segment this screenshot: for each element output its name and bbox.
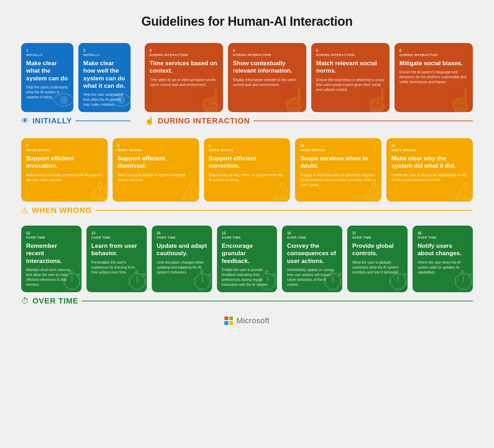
initially-label: INITIALLY xyxy=(32,116,72,125)
card-12: 12 OVER TIME Remember recent interaction… xyxy=(21,226,82,292)
card-18: 18 OVER TIME Notify users about changes.… xyxy=(412,226,473,292)
card-5: 5 DURING INTERACTION Match relevant soci… xyxy=(311,43,390,112)
card-15: 15 OVER TIME Encourage granular feedback… xyxy=(217,226,277,292)
microsoft-logo xyxy=(224,317,233,325)
over-time-label-row: ⏱ OVER TIME xyxy=(21,296,473,306)
card-8: 8 WHEN WRONG Support efficient dismissal… xyxy=(113,138,199,202)
initially-label-row: 👁 INITIALLY xyxy=(21,116,131,125)
initially-line xyxy=(76,121,131,122)
over-time-line xyxy=(82,301,473,302)
microsoft-brand: Microsoft xyxy=(236,316,270,325)
card-2: 2 INITIALLY Make clear how well the syst… xyxy=(78,43,131,112)
card-13: 13 OVER TIME Learn from user behavior. P… xyxy=(86,226,147,292)
card-bg-icon: ☝ xyxy=(196,87,223,112)
card-17: 17 OVER TIME Provide global controls. Al… xyxy=(347,226,408,292)
during-line xyxy=(253,121,473,122)
card-4: 4 DURING INTERACTION Show contextually r… xyxy=(228,43,306,112)
during-label-row: ☝ DURING INTERACTION xyxy=(145,116,473,125)
card-16: 16 OVER TIME Convey the consequences of … xyxy=(282,226,342,292)
card-1: 1 INITIALLY Make clear what the system c… xyxy=(21,43,73,112)
card-7: 7 WHEN WRONG Support efficient invocatio… xyxy=(21,138,108,202)
page-title: Guidelines for Human-AI Interaction xyxy=(21,14,473,29)
clock-icon: ⏱ xyxy=(21,296,29,306)
card-11: 11 WHEN WRONG Make clear why the system … xyxy=(386,138,473,202)
card-6: 6 DURING INTERACTION Mitigate social bia… xyxy=(394,43,473,112)
card-3: 3 DURING INTERACTION Time services based… xyxy=(145,43,223,112)
card-14: 14 OVER TIME Update and adapt cautiously… xyxy=(152,226,212,292)
eye-icon: 👁 xyxy=(21,116,29,125)
when-wrong-label-row: ⚠ WHEN WRONG xyxy=(21,206,473,215)
when-wrong-line xyxy=(95,210,473,211)
over-time-label: OVER TIME xyxy=(32,296,78,306)
when-wrong-label: WHEN WRONG xyxy=(32,206,92,215)
hand-icon: ☝ xyxy=(145,116,154,125)
card-bg-icon: ☝ xyxy=(279,87,306,112)
card-bg-icon: ☝ xyxy=(446,87,473,112)
footer: Microsoft xyxy=(21,316,473,325)
card-10: 10 WHEN WRONG Scope services when in dou… xyxy=(295,138,381,202)
during-label: DURING INTERACTION xyxy=(158,116,250,125)
card-9: 9 WHEN WRONG Support efficient correctio… xyxy=(204,138,290,202)
warning-icon: ⚠ xyxy=(21,206,28,215)
